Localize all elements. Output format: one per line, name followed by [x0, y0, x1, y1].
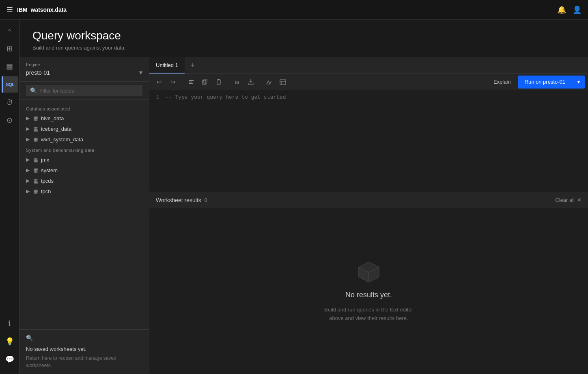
editor-toolbar: ↩ ↪ Ia — [149, 74, 588, 90]
run-dropdown-icon[interactable]: ▾ — [572, 76, 585, 89]
export-button[interactable] — [244, 76, 257, 89]
tree-item-hive-data[interactable]: ▶ ▦ hive_data — [19, 113, 149, 123]
erase-button[interactable] — [263, 76, 276, 89]
sidebar-item-chat[interactable]: 💬 — [2, 351, 18, 368]
paste-button[interactable] — [212, 76, 225, 89]
tree-item-tpcds[interactable]: ▶ ▦ tpcds — [19, 175, 149, 186]
chevron-right-icon: ▶ — [26, 157, 31, 162]
results-title-text: Worksheet results — [156, 197, 201, 203]
tabs-bar: Untitled 1 + — [149, 57, 588, 74]
results-empty: No results yet. Build and run queries in… — [149, 208, 588, 374]
chevron-right-icon: ▶ — [26, 188, 31, 194]
right-panel: Untitled 1 + ↩ ↪ — [149, 57, 588, 374]
topbar-left: ☰ IBM watsonx.data — [6, 5, 67, 14]
results-empty-desc: Build and run queries in the text editor… — [324, 306, 413, 323]
engine-label: Engine — [26, 62, 142, 67]
format-button[interactable] — [185, 76, 198, 89]
catalog-name: tpch — [41, 188, 51, 195]
tab-untitled1[interactable]: Untitled 1 — [149, 57, 185, 74]
sidebar-item-catalog[interactable]: ⊞ — [2, 41, 18, 57]
results-title: Worksheet results 0 — [156, 197, 207, 203]
sidebar-item-sql[interactable]: SQL — [2, 76, 18, 93]
catalog-name: wxd_system_data — [41, 136, 83, 143]
database-icon: ▦ — [33, 115, 39, 121]
catalog-tree: Catalogs associated ▶ ▦ hive_data ▶ ▦ ic… — [19, 100, 149, 329]
filter-input[interactable] — [39, 88, 138, 94]
toolbar-separator-1 — [182, 77, 182, 87]
add-tab-button[interactable]: + — [185, 57, 201, 74]
side-nav-bottom: ℹ 💡 💬 — [2, 316, 18, 371]
chevron-right-icon: ▶ — [26, 136, 31, 142]
tree-item-jmx[interactable]: ▶ ▦ jmx — [19, 154, 149, 165]
tree-item-iceberg-data[interactable]: ▶ ▦ iceberg_data — [19, 123, 149, 134]
toolbar-separator-3 — [260, 77, 260, 87]
system-section-label: System and benchmarking data — [19, 145, 149, 154]
menu-icon[interactable]: ☰ — [6, 5, 13, 14]
sidebar-item-data[interactable]: ▤ — [2, 58, 18, 75]
side-nav-top: ⌂ ⊞ ▤ SQL ⏱ ⊙ — [2, 23, 18, 316]
results-count: 0 — [205, 197, 207, 203]
chevron-right-icon: ▶ — [26, 115, 31, 121]
database-icon: ▦ — [33, 136, 39, 143]
user-icon[interactable]: 👤 — [573, 5, 582, 14]
clear-all-button[interactable]: Clear all ✕ — [555, 197, 582, 203]
engine-section: Engine presto-01 ▾ — [19, 57, 149, 82]
database-icon: ▦ — [33, 156, 39, 163]
chevron-right-icon: ▶ — [26, 126, 31, 132]
svg-rect-3 — [204, 79, 207, 83]
toolbar-separator-2 — [228, 77, 228, 87]
saved-empty-title: No saved worksheets yet. — [26, 346, 142, 352]
tab-label: Untitled 1 — [156, 62, 178, 68]
page-subtitle: Build and run queries against your data. — [32, 45, 575, 51]
sidebar-item-tips[interactable]: 💡 — [2, 333, 18, 350]
main-layout: ⌂ ⊞ ▤ SQL ⏱ ⊙ ℹ 💡 💬 Query workspace Buil… — [0, 19, 588, 374]
brand-ibm: IBM — [17, 6, 28, 13]
run-button[interactable]: Run on presto-01 ▾ — [518, 76, 585, 89]
topbar: ☰ IBM watsonx.data 🔔 👤 — [0, 0, 588, 19]
results-empty-title: No results yet. — [345, 291, 392, 299]
editor-line-1: 1 -- Type your query here to get started — [149, 93, 588, 102]
redo-button[interactable]: ↪ — [166, 76, 179, 89]
content-area: Query workspace Build and run queries ag… — [19, 19, 588, 374]
sidebar-item-home[interactable]: ⌂ — [2, 23, 18, 39]
results-header: Worksheet results 0 Clear all ✕ — [149, 192, 588, 208]
saved-empty-desc: Return here to reopen and manage saved w… — [26, 355, 142, 369]
page-header: Query workspace Build and run queries ag… — [19, 19, 588, 57]
page-title: Query workspace — [32, 29, 575, 42]
tree-item-system[interactable]: ▶ ▦ system — [19, 165, 149, 175]
page-container: Query workspace Build and run queries ag… — [19, 19, 588, 374]
sidebar-item-info[interactable]: ℹ — [2, 316, 18, 332]
database-icon: ▦ — [33, 125, 39, 132]
line-content-1: -- Type your query here to get started — [166, 93, 286, 102]
cube-icon — [357, 260, 381, 284]
font-button[interactable]: Ia — [230, 76, 243, 89]
copy-button[interactable] — [198, 76, 211, 89]
explain-button[interactable]: Explain — [487, 76, 517, 89]
catalogs-section-label: Catalogs associated — [19, 103, 149, 113]
table-button[interactable] — [276, 76, 289, 89]
undo-button[interactable]: ↩ — [153, 76, 166, 89]
chevron-down-icon: ▾ — [139, 69, 142, 76]
left-panel: Engine presto-01 ▾ 🔍 Catalogs a — [19, 57, 149, 374]
brand-product: watsonx.data — [30, 6, 67, 13]
tree-item-wxd-system-data[interactable]: ▶ ▦ wxd_system_data — [19, 134, 149, 145]
tree-item-tpch[interactable]: ▶ ▦ tpch — [19, 186, 149, 197]
side-nav: ⌂ ⊞ ▤ SQL ⏱ ⊙ ℹ 💡 💬 — [0, 19, 19, 374]
engine-select[interactable]: presto-01 ▾ — [26, 69, 142, 76]
clear-all-icon: ✕ — [577, 197, 582, 203]
svg-rect-4 — [202, 80, 206, 84]
sidebar-item-history[interactable]: ⏱ — [2, 94, 18, 110]
svg-rect-2 — [189, 83, 193, 84]
line-number-1: 1 — [149, 93, 166, 102]
editor-area[interactable]: 1 -- Type your query here to get started — [149, 90, 588, 192]
catalog-name: tpcds — [41, 178, 54, 184]
clear-all-label: Clear all — [555, 197, 575, 203]
catalog-name: hive_data — [41, 115, 64, 121]
database-icon: ▦ — [33, 188, 39, 195]
search-icon: 🔍 — [30, 87, 37, 94]
filter-input-wrap: 🔍 — [26, 85, 142, 96]
chevron-right-icon: ▶ — [26, 178, 31, 184]
sidebar-item-access[interactable]: ⊙ — [2, 112, 18, 128]
notification-icon[interactable]: 🔔 — [557, 5, 566, 14]
catalog-name: iceberg_data — [41, 126, 71, 132]
